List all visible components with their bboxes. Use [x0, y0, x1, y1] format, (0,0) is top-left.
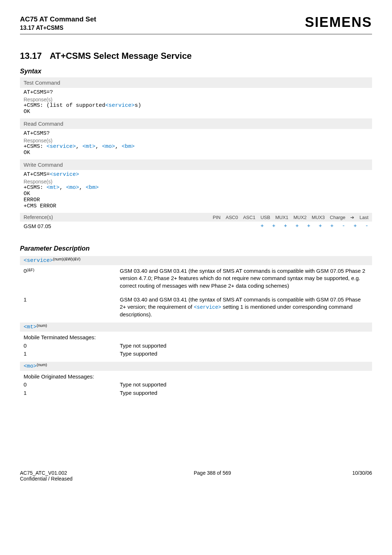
write-tok-mt: <mt>: [46, 185, 60, 191]
test-ok: OK: [24, 109, 368, 115]
write-sep-1: ,: [60, 185, 66, 191]
write-error: ERROR: [24, 197, 368, 203]
reference-values: + + + + + + + - + -: [261, 223, 368, 229]
read-tok-mo: <mo>: [102, 143, 115, 150]
ref-val-0: +: [261, 223, 264, 229]
ref-col-arrow: ➔: [350, 215, 354, 220]
ref-col-mux3: MUX3: [312, 215, 325, 220]
param-service-key-1: 1: [24, 296, 120, 318]
param-service-row-1: 1 GSM 03.40 and GSM 03.41 (the syntax of…: [20, 294, 372, 323]
ref-val-3: +: [295, 223, 299, 229]
ref-col-charge: Charge: [330, 215, 346, 220]
param-mo-key-1: 1: [24, 389, 120, 397]
param-mt-token: <mt>: [24, 324, 37, 330]
test-line-post: s): [135, 102, 141, 109]
param-mo-intro-row: Mobile Originated Messages:: [20, 371, 372, 381]
write-tok-mo: <mo>: [66, 185, 79, 191]
param-service-text-1-tok: <service>: [194, 304, 221, 310]
syntax-label: Syntax: [20, 68, 372, 75]
test-command-body: AT+CSMS=? Response(s) +CSMS: (list of su…: [20, 88, 372, 118]
write-command-body: AT+CSMS=<service> Response(s) +CSMS: <mt…: [20, 170, 372, 213]
read-response-label: Response(s): [24, 138, 368, 143]
reference-header-row: Reference(s) PIN ASC0 ASC1 USB MUX1 MUX2…: [20, 213, 372, 222]
write-cms-error: +CMS ERROR: [24, 203, 368, 209]
ref-val-2: +: [284, 223, 287, 229]
param-service-header: <service>(num)(&W)(&V): [20, 256, 372, 265]
param-mo-row-0: 0 Type not supported: [20, 381, 372, 389]
ref-val-1: +: [272, 223, 275, 229]
param-mt-key-1: 1: [24, 350, 120, 357]
param-mt-row-1: 1 Type supported: [20, 350, 372, 362]
param-mt-sup: (num): [37, 323, 47, 328]
param-mt-key-0: 0: [24, 342, 120, 349]
footer-center: Page 388 of 569: [194, 470, 231, 482]
param-service-token: <service>: [24, 258, 53, 264]
ref-col-mux2: MUX2: [294, 215, 307, 220]
param-mt-row-0: 0 Type not supported: [20, 342, 372, 350]
read-sep-2: ,: [95, 143, 102, 150]
param-mo-text-1: Type supported: [120, 389, 368, 397]
ref-val-6: +: [330, 223, 334, 229]
param-service-text-1: GSM 03.40 and GSM 03.41 (the syntax of S…: [120, 296, 368, 318]
header-rule: [20, 34, 372, 35]
param-mo-text-0: Type not supported: [120, 381, 368, 388]
ref-val-8: +: [354, 223, 357, 229]
reference-columns: PIN ASC0 ASC1 USB MUX1 MUX2 MUX3 Charge …: [213, 215, 368, 220]
service-token: <service>: [105, 102, 135, 109]
ref-col-asc0: ASC0: [226, 215, 238, 220]
ref-val-4: +: [307, 223, 310, 229]
param-mt-text-0: Type not supported: [120, 342, 368, 349]
read-pre: +CSMS:: [24, 143, 46, 150]
ref-val-9: -: [365, 223, 368, 229]
test-command-label: Test Command: [20, 77, 372, 88]
read-command-body: AT+CSMS? Response(s) +CSMS: <service>, <…: [20, 129, 372, 159]
param-mo-row-1: 1 Type supported: [20, 389, 372, 401]
param-mo-intro: Mobile Originated Messages:: [24, 373, 94, 380]
test-line-pre: +CSMS: (list of supported: [24, 102, 105, 109]
param-service-sup: (num)(&W)(&V): [53, 257, 81, 261]
doc-header: AC75 AT Command Set 13.17 AT+CSMS SIEMEN…: [20, 15, 372, 32]
read-response-line: +CSMS: <service>, <mt>, <mo>, <bm>: [24, 143, 368, 150]
footer-right: 10/30/06: [352, 470, 372, 482]
page: AC75 AT Command Set 13.17 AT+CSMS SIEMEN…: [0, 0, 392, 500]
param-mt-intro-row: Mobile Terminated Messages:: [20, 332, 372, 342]
param-mt-header: <mt>(num): [20, 323, 372, 332]
param-mo-key-0: 0: [24, 381, 120, 388]
read-tok-mt: <mt>: [82, 143, 95, 150]
read-sep-1: ,: [76, 143, 82, 150]
test-response-line: +CSMS: (list of supported<service>s): [24, 102, 368, 109]
param-mo-sup: (num): [37, 362, 47, 367]
ref-col-asc1: ASC1: [243, 215, 256, 220]
read-ok: OK: [24, 150, 368, 156]
param-mo-header: <mo>(num): [20, 362, 372, 371]
param-service-row-0: 0(&F) GSM 03.40 and GSM 03.41 (the synta…: [20, 265, 372, 294]
ref-val-7: -: [342, 223, 345, 229]
doc-title: AC75 AT Command Set: [20, 15, 96, 24]
write-ok: OK: [24, 191, 368, 197]
write-command-label: Write Command: [20, 159, 372, 170]
footer-left: AC75_ATC_V01.002 Confidential / Released: [20, 470, 73, 482]
write-cmd-pre: AT+CSMS=: [24, 171, 50, 178]
section-title: AT+CSMS Select Message Service: [50, 51, 192, 61]
read-command-label: Read Command: [20, 118, 372, 129]
param-service-key-0-sup: (&F): [26, 268, 34, 272]
reference-label: Reference(s): [24, 214, 53, 220]
write-pre: +CSMS:: [24, 185, 46, 191]
reference-name: GSM 07.05: [24, 223, 51, 229]
ref-col-pin: PIN: [213, 215, 221, 220]
ref-col-mux1: MUX1: [275, 215, 288, 220]
test-command-cmd: AT+CSMS=?: [24, 89, 368, 96]
section-number: 13.17: [20, 51, 42, 61]
read-tok-service: <service>: [46, 143, 76, 150]
reference-value-row: GSM 07.05 + + + + + + + - + -: [20, 222, 372, 232]
param-mt-intro: Mobile Terminated Messages:: [24, 334, 96, 341]
write-response-label: Response(s): [24, 179, 368, 185]
parameter-description-title: Parameter Description: [20, 245, 372, 252]
footer-left-1: AC75_ATC_V01.002: [20, 470, 73, 476]
doc-subtitle: 13.17 AT+CSMS: [20, 24, 96, 32]
section-heading: 13.17AT+CSMS Select Message Service: [20, 51, 372, 61]
ref-col-usb: USB: [261, 215, 270, 220]
test-response-label: Response(s): [24, 97, 368, 102]
read-sep-3: ,: [115, 143, 122, 150]
write-tok-bm: <bm>: [86, 185, 99, 191]
